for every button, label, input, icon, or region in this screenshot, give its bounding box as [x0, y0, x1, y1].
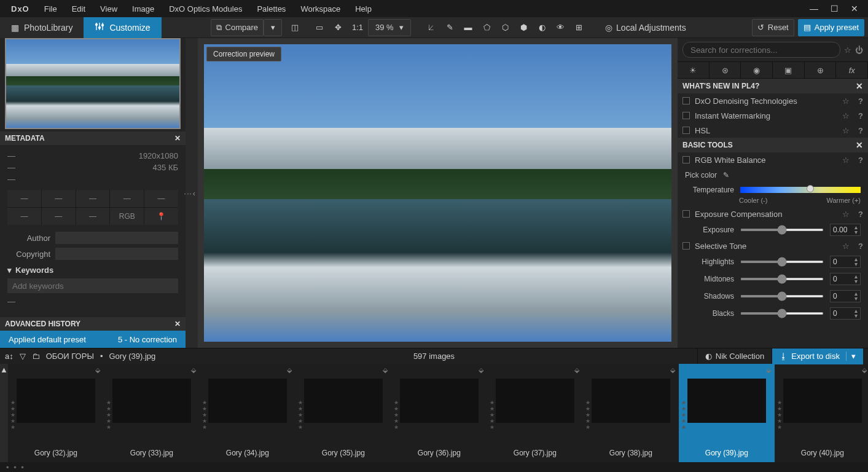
- collapse-left-icon[interactable]: ‹: [190, 38, 198, 348]
- minimize-button[interactable]: —: [810, 4, 818, 14]
- zoom-selector[interactable]: 39 % ▾: [368, 19, 411, 36]
- filmstrip-thumbnail[interactable]: ⬙★★★★★Gory (40).jpg: [775, 364, 868, 462]
- exposure-slider[interactable]: [740, 229, 824, 231]
- highlights-value[interactable]: 0▴▾: [830, 256, 861, 268]
- menu-view[interactable]: View: [93, 2, 125, 16]
- image-viewer[interactable]: Correction preview: [198, 38, 678, 348]
- highlights-slider[interactable]: [740, 261, 824, 263]
- eye-icon[interactable]: 👁: [551, 19, 569, 36]
- close-icon[interactable]: ✕: [174, 134, 181, 143]
- whats-new-item[interactable]: DxO Denoising Technologies☆?: [678, 93, 868, 108]
- reset-button[interactable]: ↺ Reset: [752, 19, 794, 36]
- blacks-value[interactable]: 0▴▾: [830, 307, 861, 320]
- filmstrip-thumbnail[interactable]: ⬙★★★★★Gory (36).jpg: [391, 364, 487, 462]
- copyright-input[interactable]: [55, 248, 178, 260]
- checkbox[interactable]: [682, 97, 690, 104]
- filmstrip-thumbnail[interactable]: ⬙★★★★★Gory (37).jpg: [487, 364, 583, 462]
- star-icon[interactable]: ☆: [842, 242, 850, 251]
- watermark-tab-icon[interactable]: ⊕: [805, 62, 837, 78]
- maximize-button[interactable]: ☐: [831, 4, 839, 14]
- light-tab-icon[interactable]: ☀: [678, 62, 710, 78]
- fit-icon[interactable]: ▭: [310, 19, 329, 36]
- history-item[interactable]: Applied default preset 5 - No correction: [0, 331, 186, 348]
- help-icon[interactable]: ?: [858, 96, 863, 106]
- apply-preset-button[interactable]: ▤ Apply preset: [798, 19, 864, 36]
- tab-customize[interactable]: Customize: [84, 17, 161, 38]
- help-icon[interactable]: ?: [858, 126, 863, 135]
- points-icon[interactable]: ⬡: [496, 19, 514, 36]
- menu-edit[interactable]: Edit: [65, 2, 93, 16]
- filmstrip-thumbnail[interactable]: ⬙★★★★★Gory (34).jpg: [200, 364, 295, 462]
- close-button[interactable]: ✕: [851, 4, 858, 14]
- filmstrip[interactable]: ▲ ⬙★★★★★Gory (32).jpg⬙★★★★★Gory (33).jpg…: [0, 364, 868, 462]
- temperature-slider[interactable]: [740, 187, 861, 193]
- scale-1to1[interactable]: 1:1: [347, 19, 368, 36]
- filmstrip-thumbnail[interactable]: ⬙★★★★★Gory (33).jpg: [104, 364, 200, 462]
- checkbox[interactable]: [682, 242, 690, 250]
- sort-icon[interactable]: a↕: [5, 352, 14, 361]
- close-icon[interactable]: ✕: [174, 320, 181, 328]
- eyedropper-icon[interactable]: ✎: [723, 171, 729, 179]
- menu-file[interactable]: File: [37, 2, 65, 16]
- checkbox[interactable]: [682, 156, 690, 163]
- filter-icon[interactable]: ▽: [20, 352, 26, 361]
- exposure-compensation-row[interactable]: Exposure Compensation☆?: [678, 206, 868, 221]
- perspective-icon[interactable]: ⬠: [477, 19, 496, 36]
- left-splitter[interactable]: ⋮: [186, 38, 190, 348]
- move-icon[interactable]: ✥: [329, 19, 347, 36]
- main-image[interactable]: [204, 44, 671, 342]
- rating-stars[interactable]: ★★★★★: [394, 399, 399, 430]
- crop-icon[interactable]: ⟀: [422, 19, 440, 36]
- star-icon[interactable]: ☆: [842, 96, 850, 106]
- checkbox[interactable]: [682, 112, 690, 119]
- export-button[interactable]: ⭳Export to disk ▾: [772, 348, 863, 364]
- close-icon[interactable]: ✕: [856, 81, 863, 91]
- star-icon[interactable]: ☆: [842, 210, 850, 219]
- nik-collection-button[interactable]: ◐Nik Collection: [697, 348, 772, 364]
- star-icon[interactable]: ☆: [844, 45, 851, 55]
- side-by-side-icon[interactable]: ◫: [286, 19, 304, 36]
- whats-new-item[interactable]: Instant Watermarking☆?: [678, 108, 868, 123]
- blacks-slider[interactable]: [740, 312, 824, 315]
- eyedropper-icon[interactable]: ✎: [440, 19, 459, 36]
- filmstrip-thumbnail[interactable]: ⬙★★★★★Gory (38).jpg: [583, 364, 679, 462]
- horizon-icon[interactable]: ▬: [459, 19, 477, 36]
- help-icon[interactable]: ?: [858, 242, 863, 251]
- filmstrip-thumbnail[interactable]: ⬙★★★★★Gory (32).jpg: [8, 364, 104, 462]
- whats-new-header[interactable]: WHAT'S NEW IN PL4?✕: [678, 79, 868, 93]
- detail-tab-icon[interactable]: ◉: [741, 62, 773, 78]
- filmstrip-thumbnail[interactable]: ⬙★★★★★Gory (35).jpg: [295, 364, 391, 462]
- keywords-toggle[interactable]: ▾Keywords: [7, 262, 178, 278]
- menu-image[interactable]: Image: [125, 2, 162, 16]
- menu-palettes[interactable]: Palettes: [249, 2, 293, 16]
- menu-dxo-optics-modules[interactable]: DxO Optics Modules: [162, 2, 249, 16]
- author-input[interactable]: [55, 232, 178, 244]
- menu-workspace[interactable]: Workspace: [293, 2, 348, 16]
- rating-stars[interactable]: ★★★★★: [777, 399, 782, 430]
- navigator-thumbnail[interactable]: [5, 38, 181, 129]
- compare-button[interactable]: ⧉ Compare: [211, 19, 264, 36]
- toggle-icon[interactable]: ⏻: [855, 45, 863, 55]
- help-icon[interactable]: ?: [858, 210, 863, 219]
- close-icon[interactable]: ✕: [856, 140, 863, 150]
- metadata-header[interactable]: METADATA ✕: [0, 132, 186, 145]
- rgb-white-balance-row[interactable]: RGB White Balance☆?: [678, 152, 868, 167]
- shadows-slider[interactable]: [740, 295, 824, 297]
- basic-tools-header[interactable]: BASIC TOOLS✕: [678, 138, 868, 152]
- star-icon[interactable]: ☆: [842, 155, 850, 165]
- midtones-value[interactable]: 0▴▾: [830, 273, 861, 285]
- exposure-value[interactable]: 0.00▴▾: [830, 224, 861, 236]
- fx-tab-icon[interactable]: fx: [836, 62, 868, 78]
- rating-stars[interactable]: ★★★★★: [681, 399, 686, 430]
- help-icon[interactable]: ?: [858, 111, 863, 120]
- rating-stars[interactable]: ★★★★★: [298, 399, 303, 430]
- resize-handle[interactable]: • • •: [6, 463, 25, 472]
- tab-photolibrary[interactable]: ▦ PhotoLibrary: [0, 17, 84, 38]
- star-icon[interactable]: ☆: [842, 126, 850, 135]
- rating-stars[interactable]: ★★★★★: [202, 399, 207, 430]
- shadows-value[interactable]: 0▴▾: [830, 290, 861, 302]
- local-adjustments-button[interactable]: ◎ Local Adjustments: [600, 19, 691, 36]
- geometry-tab-icon[interactable]: ▣: [773, 62, 805, 78]
- keywords-input[interactable]: [7, 278, 178, 293]
- corrections-search-input[interactable]: [682, 42, 840, 58]
